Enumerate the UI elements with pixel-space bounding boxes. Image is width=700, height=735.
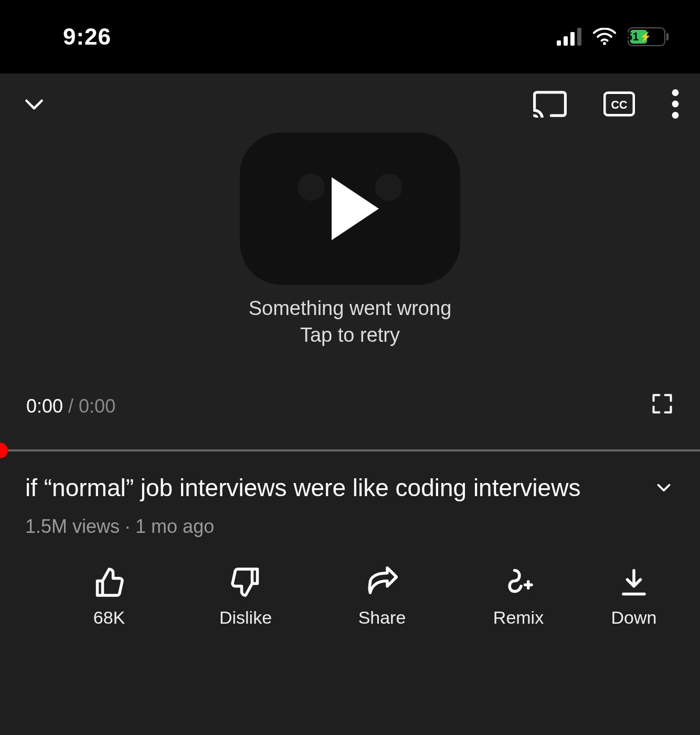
download-button[interactable]: Down — [587, 566, 681, 628]
cellular-icon — [557, 28, 581, 46]
collapse-button[interactable] — [21, 91, 47, 119]
like-count: 68K — [93, 607, 125, 628]
play-icon — [332, 177, 379, 240]
battery-percent: 51 — [626, 30, 639, 44]
status-time: 9:26 — [63, 24, 111, 50]
video-stats: 1.5M views · 1 mo ago — [25, 516, 675, 538]
status-bar: 9:26 51⚡ — [0, 0, 700, 74]
download-icon — [618, 566, 650, 598]
share-icon — [366, 566, 398, 598]
download-label: Down — [611, 607, 657, 628]
error-message-line2: Tap to retry — [240, 322, 460, 349]
svg-point-4 — [672, 101, 679, 108]
dislike-label: Dislike — [219, 607, 272, 628]
remix-button[interactable]: Remix — [450, 566, 587, 628]
expand-description-button[interactable] — [653, 471, 675, 501]
video-player[interactable]: CC Something went wrong Tap to retry 0:0… — [0, 74, 700, 452]
dislike-button[interactable]: Dislike — [177, 566, 314, 628]
share-label: Share — [358, 607, 406, 628]
status-indicators: 51⚡ — [557, 27, 669, 46]
cast-icon[interactable] — [533, 90, 567, 120]
captions-icon[interactable]: CC — [603, 91, 635, 119]
remix-icon — [503, 566, 534, 598]
more-icon[interactable] — [672, 89, 679, 121]
share-button[interactable]: Share — [314, 566, 450, 628]
svg-point-5 — [672, 112, 679, 119]
svg-point-3 — [672, 89, 679, 96]
svg-text:CC: CC — [611, 99, 628, 111]
thumbs-up-icon — [93, 566, 125, 598]
playback-time: 0:00 / 0:00 — [26, 395, 115, 417]
svg-point-0 — [603, 42, 606, 45]
battery-icon: 51⚡ — [628, 27, 669, 46]
remix-label: Remix — [493, 607, 544, 628]
progress-bar[interactable] — [0, 449, 700, 452]
like-button[interactable]: 68K — [41, 566, 177, 628]
fullscreen-button[interactable] — [651, 392, 674, 420]
play-button[interactable] — [240, 132, 460, 285]
wifi-icon — [593, 28, 616, 46]
action-bar: 68K Dislike Share Remix Down — [25, 566, 675, 628]
error-message-line1: Something went wrong — [240, 295, 460, 322]
video-title[interactable]: if “normal” job interviews were like cod… — [25, 471, 637, 504]
thumbs-down-icon — [230, 566, 261, 598]
player-error[interactable]: Something went wrong Tap to retry — [240, 132, 460, 349]
